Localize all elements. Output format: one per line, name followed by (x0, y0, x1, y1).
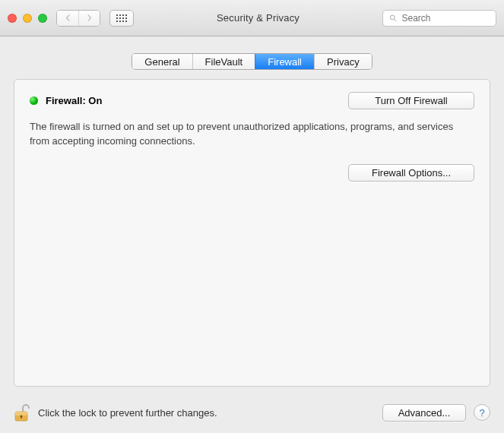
grid-icon (116, 14, 127, 22)
tab-firewall[interactable]: Firewall (255, 54, 314, 69)
lock-help-text: Click the lock to prevent further change… (38, 407, 375, 419)
content-area: General FileVault Firewall Privacy Firew… (0, 36, 504, 387)
tab-privacy[interactable]: Privacy (314, 54, 372, 69)
firewall-description: The firewall is turned on and set up to … (30, 120, 474, 149)
nav-buttons (56, 10, 100, 27)
svg-line-1 (395, 19, 396, 21)
advanced-button[interactable]: Advanced... (382, 404, 466, 422)
firewall-options-button[interactable]: Firewall Options... (348, 164, 474, 182)
window-controls (8, 14, 47, 23)
firewall-status-label: Firewall: On (46, 95, 102, 106)
forward-button[interactable] (78, 11, 100, 26)
tab-bar: General FileVault Firewall Privacy (14, 53, 490, 70)
svg-rect-5 (21, 416, 21, 419)
firewall-panel: Firewall: On Turn Off Firewall The firew… (14, 79, 490, 387)
search-icon (389, 14, 398, 23)
page-title: Security & Privacy (140, 12, 376, 24)
search-input[interactable] (402, 13, 490, 24)
show-all-button[interactable] (109, 10, 134, 27)
titlebar: Security & Privacy (0, 0, 504, 36)
search-field[interactable] (382, 10, 496, 27)
back-button[interactable] (57, 11, 78, 26)
help-button[interactable]: ? (474, 404, 490, 421)
svg-point-0 (390, 15, 395, 20)
status-indicator-icon (30, 96, 38, 105)
footer: Click the lock to prevent further change… (0, 393, 504, 433)
tab-general[interactable]: General (132, 54, 192, 69)
svg-rect-3 (15, 412, 27, 416)
zoom-button[interactable] (38, 14, 47, 23)
minimize-button[interactable] (23, 14, 32, 23)
turn-off-firewall-button[interactable]: Turn Off Firewall (348, 92, 474, 109)
lock-icon[interactable] (14, 403, 30, 422)
chevron-right-icon (86, 14, 93, 21)
close-button[interactable] (8, 14, 17, 23)
tab-filevault[interactable]: FileVault (192, 54, 255, 69)
chevron-left-icon (65, 14, 71, 21)
